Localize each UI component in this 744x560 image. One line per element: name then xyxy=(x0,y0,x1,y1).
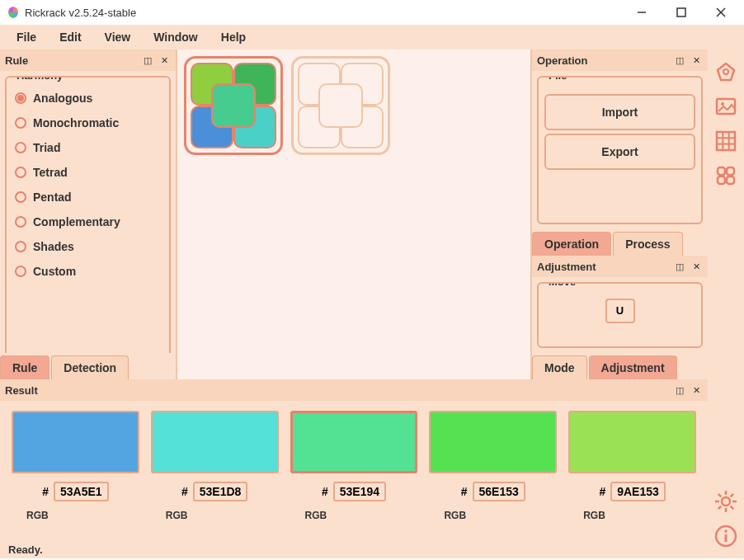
harmony-option-complementary[interactable]: Complementary xyxy=(12,209,164,234)
radio-label: Custom xyxy=(33,265,76,278)
hex-row: #53E194 xyxy=(322,482,386,501)
result-swatch[interactable] xyxy=(151,411,279,473)
operation-panel: Operation ◫ ✕ File Import Export Operati… xyxy=(532,49,708,256)
menu-file[interactable]: File xyxy=(7,27,46,47)
menubar: File Edit View Window Help xyxy=(0,25,744,49)
svg-point-8 xyxy=(721,102,724,106)
svg-rect-17 xyxy=(727,176,734,184)
harmony-option-custom[interactable]: Custom xyxy=(12,259,164,284)
tab-operation[interactable]: Operation xyxy=(532,232,611,256)
export-button[interactable]: Export xyxy=(544,134,695,170)
harmony-option-triad[interactable]: Triad xyxy=(12,135,164,160)
svg-point-18 xyxy=(722,497,730,506)
radio-icon xyxy=(15,142,26,153)
menu-window[interactable]: Window xyxy=(144,27,208,47)
hex-input[interactable]: 53E194 xyxy=(333,482,386,501)
rule-panel-title: Rule xyxy=(5,54,28,67)
hex-input[interactable]: 56E153 xyxy=(473,482,525,501)
status-text: Ready. xyxy=(8,544,43,556)
statusbar: Ready. xyxy=(0,540,708,558)
close-icon[interactable]: ✕ xyxy=(690,260,703,273)
result-swatch[interactable] xyxy=(429,411,557,473)
close-icon[interactable]: ✕ xyxy=(158,54,171,67)
radio-icon xyxy=(15,92,26,104)
tab-rule[interactable]: Rule xyxy=(0,355,49,379)
swatch-center[interactable] xyxy=(211,83,256,128)
harmony-option-tetrad[interactable]: Tetrad xyxy=(12,160,164,185)
float-icon[interactable]: ◫ xyxy=(141,54,154,67)
workspace xyxy=(177,49,530,379)
result-color-1: #53E1D8RGB xyxy=(151,411,279,521)
tab-process[interactable]: Process xyxy=(613,232,682,256)
radio-label: Complementary xyxy=(33,215,120,228)
board-icon[interactable] xyxy=(712,162,740,190)
result-swatch[interactable] xyxy=(290,411,418,473)
rgb-label: RGB xyxy=(444,510,466,521)
close-button[interactable] xyxy=(704,1,737,24)
result-color-2: #53E194RGB xyxy=(290,411,418,521)
rule-panel: Rule ◫ ✕ Harmony AnalogousMonochromaticT… xyxy=(0,49,177,379)
svg-rect-16 xyxy=(718,176,725,184)
hex-input[interactable]: 53E1D8 xyxy=(193,482,248,501)
harmony-option-pentad[interactable]: Pentad xyxy=(12,185,164,209)
radio-icon xyxy=(15,191,26,203)
result-color-0: #53A5E1RGB xyxy=(12,411,139,521)
hex-row: #9AE153 xyxy=(599,482,665,501)
result-swatch[interactable] xyxy=(12,411,139,473)
image-icon[interactable] xyxy=(712,92,740,120)
svg-point-6 xyxy=(723,69,728,74)
svg-line-26 xyxy=(731,494,734,497)
float-icon[interactable]: ◫ xyxy=(673,54,686,67)
svg-line-24 xyxy=(731,506,734,510)
result-panel-title: Result xyxy=(5,384,38,397)
result-panel: Result ◫ ✕ #53A5E1RGB#53E1D8RGB#53E194RG… xyxy=(0,379,708,540)
harmony-legend: Harmony xyxy=(13,76,66,82)
svg-rect-15 xyxy=(727,167,734,175)
radio-icon xyxy=(15,167,26,178)
hash: # xyxy=(322,485,328,498)
grid-icon[interactable] xyxy=(712,127,740,155)
settings-icon[interactable] xyxy=(712,487,740,515)
tab-detection[interactable]: Detection xyxy=(51,355,129,379)
float-icon[interactable]: ◫ xyxy=(673,260,686,273)
maximize-button[interactable] xyxy=(665,1,698,24)
color-set-active[interactable] xyxy=(184,56,283,155)
svg-line-25 xyxy=(718,506,722,510)
radio-label: Analogous xyxy=(33,92,92,105)
float-icon[interactable]: ◫ xyxy=(673,384,686,397)
harmony-option-analogous[interactable]: Analogous xyxy=(12,86,164,111)
radio-icon xyxy=(15,117,26,129)
svg-line-23 xyxy=(718,494,722,497)
swatch-empty xyxy=(318,83,363,128)
move-legend: Move xyxy=(545,282,579,288)
menu-edit[interactable]: Edit xyxy=(49,27,91,47)
move-up-button[interactable]: U xyxy=(605,299,635,323)
radio-label: Pentad xyxy=(33,191,72,204)
tab-mode[interactable]: Mode xyxy=(532,355,587,379)
radio-label: Shades xyxy=(33,240,74,253)
import-button[interactable]: Import xyxy=(544,94,695,130)
hex-row: #56E153 xyxy=(461,482,525,501)
rgb-label: RGB xyxy=(166,510,188,521)
close-icon[interactable]: ✕ xyxy=(690,384,703,397)
hex-row: #53A5E1 xyxy=(42,482,108,501)
menu-help[interactable]: Help xyxy=(211,27,256,47)
result-swatch[interactable] xyxy=(568,411,696,473)
tab-adjustment[interactable]: Adjustment xyxy=(589,355,677,379)
app-title: Rickrack v2.5.24-stable xyxy=(25,7,136,19)
rgb-label: RGB xyxy=(305,510,327,521)
color-set-empty[interactable] xyxy=(291,56,390,155)
hex-input[interactable]: 53A5E1 xyxy=(54,482,109,501)
hex-input[interactable]: 9AE153 xyxy=(610,482,666,501)
rgb-label: RGB xyxy=(26,510,49,521)
harmony-option-monochromatic[interactable]: Monochromatic xyxy=(12,111,164,135)
wheel-icon[interactable] xyxy=(712,58,740,86)
app-icon xyxy=(7,6,20,19)
hash: # xyxy=(599,485,605,498)
svg-marker-5 xyxy=(718,64,734,80)
minimize-button[interactable] xyxy=(625,1,658,24)
info-icon[interactable] xyxy=(712,522,740,550)
close-icon[interactable]: ✕ xyxy=(690,54,703,67)
harmony-option-shades[interactable]: Shades xyxy=(12,234,164,259)
menu-view[interactable]: View xyxy=(95,27,141,47)
